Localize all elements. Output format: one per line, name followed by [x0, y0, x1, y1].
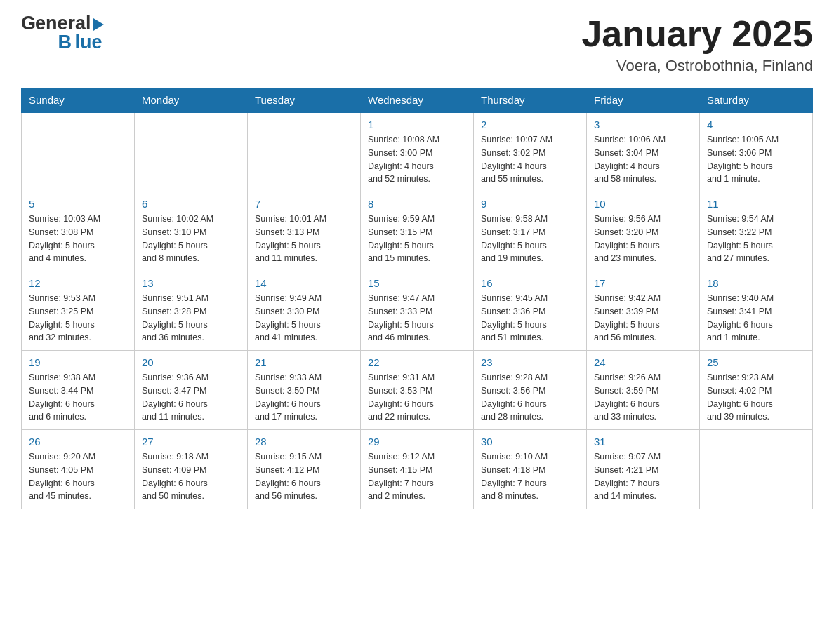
calendar-header-row: SundayMondayTuesdayWednesdayThursdayFrid…	[22, 88, 813, 113]
header-day-tuesday: Tuesday	[248, 88, 361, 113]
table-row: 6Sunrise: 10:02 AM Sunset: 3:10 PM Dayli…	[135, 192, 248, 271]
header-day-wednesday: Wednesday	[361, 88, 474, 113]
day-info: Sunrise: 10:02 AM Sunset: 3:10 PM Daylig…	[142, 213, 240, 265]
day-number: 27	[142, 436, 240, 448]
calendar-week-1: 1Sunrise: 10:08 AM Sunset: 3:00 PM Dayli…	[22, 112, 813, 192]
day-number: 14	[255, 277, 353, 289]
table-row: 25Sunrise: 9:23 AM Sunset: 4:02 PM Dayli…	[700, 351, 813, 430]
calendar-week-5: 26Sunrise: 9:20 AM Sunset: 4:05 PM Dayli…	[22, 430, 813, 509]
calendar-title: January 2025	[581, 14, 813, 54]
day-info: Sunrise: 10:08 AM Sunset: 3:00 PM Daylig…	[368, 133, 466, 186]
day-number: 18	[707, 277, 805, 289]
calendar-week-4: 19Sunrise: 9:38 AM Sunset: 3:44 PM Dayli…	[22, 351, 813, 430]
day-number: 26	[29, 436, 127, 448]
day-info: Sunrise: 9:15 AM Sunset: 4:12 PM Dayligh…	[255, 450, 353, 503]
table-row: 9Sunrise: 9:58 AM Sunset: 3:17 PM Daylig…	[474, 192, 587, 271]
day-number: 25	[707, 356, 805, 368]
header-day-friday: Friday	[587, 88, 700, 113]
logo-blue-lue: lue	[75, 32, 102, 53]
table-row	[135, 112, 248, 192]
table-row	[700, 430, 813, 509]
table-row: 29Sunrise: 9:12 AM Sunset: 4:15 PM Dayli…	[361, 430, 474, 509]
day-number: 1	[368, 119, 466, 130]
table-row: 13Sunrise: 9:51 AM Sunset: 3:28 PM Dayli…	[135, 271, 248, 351]
calendar-table: SundayMondayTuesdayWednesdayThursdayFrid…	[21, 88, 813, 509]
table-row: 27Sunrise: 9:18 AM Sunset: 4:09 PM Dayli…	[135, 430, 248, 509]
logo-blue-b: B	[58, 32, 72, 53]
header-day-saturday: Saturday	[700, 88, 813, 113]
day-info: Sunrise: 9:42 AM Sunset: 3:39 PM Dayligh…	[594, 292, 692, 344]
logo-row2: B lue	[21, 33, 104, 52]
day-info: Sunrise: 9:36 AM Sunset: 3:47 PM Dayligh…	[142, 371, 240, 424]
day-number: 24	[594, 356, 692, 368]
table-row: 8Sunrise: 9:59 AM Sunset: 3:15 PM Daylig…	[361, 192, 474, 271]
day-number: 19	[29, 356, 127, 368]
calendar-subtitle: Voera, Ostrobothnia, Finland	[581, 57, 813, 75]
day-info: Sunrise: 9:51 AM Sunset: 3:28 PM Dayligh…	[142, 292, 240, 344]
day-number: 8	[368, 198, 466, 210]
table-row: 16Sunrise: 9:45 AM Sunset: 3:36 PM Dayli…	[474, 271, 587, 351]
day-number: 16	[481, 277, 579, 289]
calendar-week-3: 12Sunrise: 9:53 AM Sunset: 3:25 PM Dayli…	[22, 271, 813, 351]
day-info: Sunrise: 9:31 AM Sunset: 3:53 PM Dayligh…	[368, 371, 466, 424]
day-info: Sunrise: 9:49 AM Sunset: 3:30 PM Dayligh…	[255, 292, 353, 344]
day-number: 17	[594, 277, 692, 289]
day-info: Sunrise: 9:07 AM Sunset: 4:21 PM Dayligh…	[594, 450, 692, 503]
table-row: 2Sunrise: 10:07 AM Sunset: 3:02 PM Dayli…	[474, 112, 587, 192]
calendar-header: SundayMondayTuesdayWednesdayThursdayFrid…	[22, 88, 813, 113]
table-row: 10Sunrise: 9:56 AM Sunset: 3:20 PM Dayli…	[587, 192, 700, 271]
table-row: 4Sunrise: 10:05 AM Sunset: 3:06 PM Dayli…	[700, 112, 813, 192]
day-number: 21	[255, 356, 353, 368]
day-number: 3	[594, 119, 692, 130]
day-number: 4	[707, 119, 805, 130]
day-info: Sunrise: 9:10 AM Sunset: 4:18 PM Dayligh…	[481, 450, 579, 503]
day-info: Sunrise: 9:58 AM Sunset: 3:17 PM Dayligh…	[481, 213, 579, 265]
table-row: 11Sunrise: 9:54 AM Sunset: 3:22 PM Dayli…	[700, 192, 813, 271]
logo-general-g: G	[21, 14, 35, 33]
day-info: Sunrise: 9:26 AM Sunset: 3:59 PM Dayligh…	[594, 371, 692, 424]
day-info: Sunrise: 9:28 AM Sunset: 3:56 PM Dayligh…	[481, 371, 579, 424]
title-area: January 2025 Voera, Ostrobothnia, Finlan…	[581, 14, 813, 75]
day-info: Sunrise: 9:40 AM Sunset: 3:41 PM Dayligh…	[707, 292, 805, 344]
day-info: Sunrise: 9:38 AM Sunset: 3:44 PM Dayligh…	[29, 371, 127, 424]
day-number: 23	[481, 356, 579, 368]
logo-row1: G eneral	[21, 14, 104, 33]
day-number: 15	[368, 277, 466, 289]
day-info: Sunrise: 9:18 AM Sunset: 4:09 PM Dayligh…	[142, 450, 240, 503]
day-number: 12	[29, 277, 127, 289]
table-row: 20Sunrise: 9:36 AM Sunset: 3:47 PM Dayli…	[135, 351, 248, 430]
day-number: 20	[142, 356, 240, 368]
day-info: Sunrise: 9:53 AM Sunset: 3:25 PM Dayligh…	[29, 292, 127, 344]
table-row: 15Sunrise: 9:47 AM Sunset: 3:33 PM Dayli…	[361, 271, 474, 351]
table-row: 5Sunrise: 10:03 AM Sunset: 3:08 PM Dayli…	[22, 192, 135, 271]
day-info: Sunrise: 10:03 AM Sunset: 3:08 PM Daylig…	[29, 213, 127, 265]
day-number: 28	[255, 436, 353, 448]
day-number: 29	[368, 436, 466, 448]
day-info: Sunrise: 10:07 AM Sunset: 3:02 PM Daylig…	[481, 133, 579, 186]
calendar-week-2: 5Sunrise: 10:03 AM Sunset: 3:08 PM Dayli…	[22, 192, 813, 271]
day-number: 10	[594, 198, 692, 210]
day-number: 22	[368, 356, 466, 368]
header-day-sunday: Sunday	[22, 88, 135, 113]
logo-general-eneral: eneral	[35, 14, 91, 33]
table-row: 17Sunrise: 9:42 AM Sunset: 3:39 PM Dayli…	[587, 271, 700, 351]
day-info: Sunrise: 9:54 AM Sunset: 3:22 PM Dayligh…	[707, 213, 805, 265]
table-row: 28Sunrise: 9:15 AM Sunset: 4:12 PM Dayli…	[248, 430, 361, 509]
day-number: 5	[29, 198, 127, 210]
day-info: Sunrise: 9:20 AM Sunset: 4:05 PM Dayligh…	[29, 450, 127, 503]
logo-triangle-icon	[93, 18, 104, 31]
table-row: 1Sunrise: 10:08 AM Sunset: 3:00 PM Dayli…	[361, 112, 474, 192]
day-info: Sunrise: 9:23 AM Sunset: 4:02 PM Dayligh…	[707, 371, 805, 424]
table-row: 21Sunrise: 9:33 AM Sunset: 3:50 PM Dayli…	[248, 351, 361, 430]
day-info: Sunrise: 10:05 AM Sunset: 3:06 PM Daylig…	[707, 133, 805, 186]
day-number: 7	[255, 198, 353, 210]
table-row	[22, 112, 135, 192]
table-row: 18Sunrise: 9:40 AM Sunset: 3:41 PM Dayli…	[700, 271, 813, 351]
table-row: 22Sunrise: 9:31 AM Sunset: 3:53 PM Dayli…	[361, 351, 474, 430]
day-info: Sunrise: 10:01 AM Sunset: 3:13 PM Daylig…	[255, 213, 353, 265]
day-info: Sunrise: 9:56 AM Sunset: 3:20 PM Dayligh…	[594, 213, 692, 265]
day-number: 2	[481, 119, 579, 130]
day-info: Sunrise: 9:59 AM Sunset: 3:15 PM Dayligh…	[368, 213, 466, 265]
table-row: 30Sunrise: 9:10 AM Sunset: 4:18 PM Dayli…	[474, 430, 587, 509]
table-row: 19Sunrise: 9:38 AM Sunset: 3:44 PM Dayli…	[22, 351, 135, 430]
